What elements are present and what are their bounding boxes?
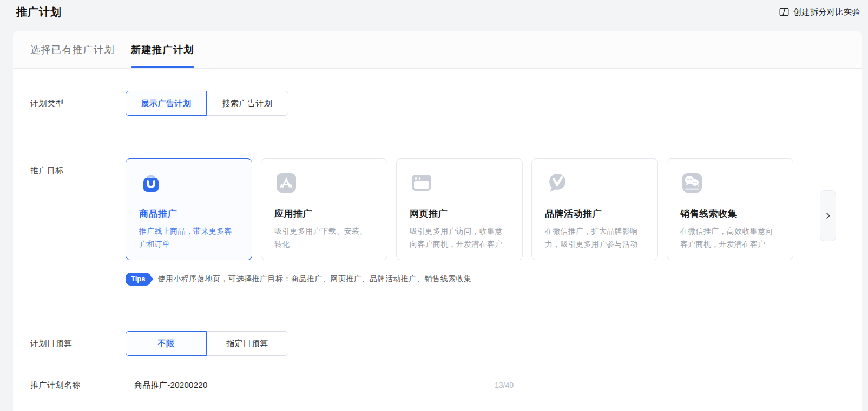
goal-card-desc: 在微信推广，扩大品牌影响力，吸引更多用户参与活动 <box>545 224 645 250</box>
browser-window-icon <box>410 171 433 195</box>
tab-create-new-plan[interactable]: 新建推广计划 <box>131 31 194 68</box>
plan-name-label: 推广计划名称 <box>30 380 126 390</box>
plan-type-option-display[interactable]: 展示广告计划 <box>126 91 207 116</box>
tab-select-existing-plan[interactable]: 选择已有推广计划 <box>30 31 115 68</box>
goal-card-title: 销售线索收集 <box>680 208 780 220</box>
goal-card-title: 品牌活动推广 <box>545 208 645 220</box>
app-store-icon <box>274 171 298 195</box>
goal-card-desc: 吸引更多用户访问，收集意向客户商机，开发潜在客户 <box>410 224 509 250</box>
cards-scroll-next-button[interactable] <box>820 190 836 241</box>
section-promotion-goal: 推广目标 商品推广 推广线上商品，带来更多客户和订单 <box>13 138 862 306</box>
promotion-plan-panel: 选择已有推广计划 新建推广计划 计划类型 展示广告计划 搜索广告计划 推广目标 <box>13 31 862 411</box>
tab-bar: 选择已有推广计划 新建推广计划 <box>13 31 862 69</box>
goal-card-desc: 在微信推广，高效收集意向客户商机，开发潜在客户 <box>680 224 780 250</box>
tips-text: 使用小程序落地页，可选择推广目标：商品推广、网页推广、品牌活动推广、销售线索收集 <box>158 274 472 284</box>
daily-budget-label: 计划日预算 <box>30 339 126 349</box>
promotion-goal-content: 商品推广 推广线上商品，带来更多客户和订单 <box>126 158 802 286</box>
split-experiment-icon <box>779 6 790 17</box>
daily-budget-segmented: 不限 指定日预算 <box>126 331 288 356</box>
section-plan-type: 计划类型 展示广告计划 搜索广告计划 <box>13 69 862 138</box>
page-title: 推广计划 <box>16 5 62 19</box>
daily-budget-option-specified[interactable]: 指定日预算 <box>206 331 288 356</box>
goal-card-sales-lead-collection[interactable]: 销售线索收集 在微信推广，高效收集意向客户商机，开发潜在客户 <box>667 158 793 260</box>
page-header: 推广计划 创建拆分对比实验 <box>0 0 868 31</box>
create-split-experiment-label: 创建拆分对比实验 <box>793 7 860 17</box>
plan-name-char-counter: 13/40 <box>495 381 514 389</box>
plan-name-input-wrap: 13/40 <box>126 373 520 397</box>
daily-budget-option-unlimited[interactable]: 不限 <box>126 331 207 356</box>
shopping-bag-icon <box>139 171 163 195</box>
section-budget-and-name: 计划日预算 不限 指定日预算 推广计划名称 13/40 <box>13 306 862 397</box>
plan-name-input[interactable] <box>134 381 488 390</box>
goal-card-title: 应用推广 <box>274 208 374 220</box>
promotion-goal-label: 推广目标 <box>30 158 126 286</box>
goal-cards: 商品推广 推广线上商品，带来更多客户和订单 <box>126 158 802 260</box>
wechat-icon <box>680 171 704 195</box>
tips-badge: Tips <box>126 273 151 286</box>
goal-card-brand-activity-promotion[interactable]: 品牌活动推广 在微信推广，扩大品牌影响力，吸引更多用户参与活动 <box>531 158 658 260</box>
moments-bubble-icon <box>545 171 569 195</box>
goal-card-product-promotion[interactable]: 商品推广 推广线上商品，带来更多客户和订单 <box>126 158 252 260</box>
plan-type-option-search[interactable]: 搜索广告计划 <box>206 91 288 116</box>
tips-row: Tips 使用小程序落地页，可选择推广目标：商品推广、网页推广、品牌活动推广、销… <box>126 272 802 286</box>
goal-card-desc: 吸引更多用户下载、安装、转化 <box>274 224 374 250</box>
goal-card-desc: 推广线上商品，带来更多客户和订单 <box>139 224 239 250</box>
create-split-experiment-button[interactable]: 创建拆分对比实验 <box>779 6 860 17</box>
plan-type-segmented: 展示广告计划 搜索广告计划 <box>126 91 288 116</box>
goal-card-title: 商品推广 <box>139 208 239 220</box>
chevron-right-icon <box>824 211 832 220</box>
goal-card-app-promotion[interactable]: 应用推广 吸引更多用户下载、安装、转化 <box>261 158 387 260</box>
goal-card-title: 网页推广 <box>410 208 509 220</box>
goal-card-web-promotion[interactable]: 网页推广 吸引更多用户访问，收集意向客户商机，开发潜在客户 <box>396 158 523 260</box>
plan-type-label: 计划类型 <box>30 98 126 109</box>
